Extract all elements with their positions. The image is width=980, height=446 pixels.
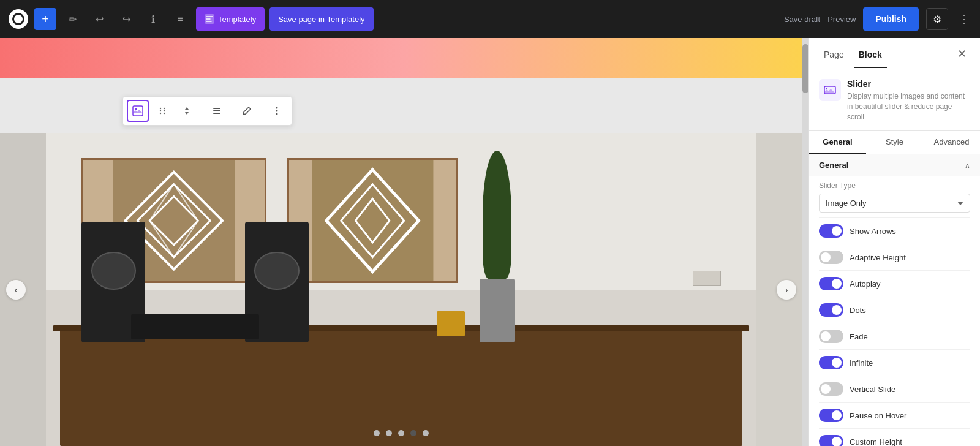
toolbar-separator-2 [232, 104, 232, 118]
add-button[interactable]: + [34, 8, 56, 30]
dots-row: Dots [819, 297, 970, 323]
svg-point-12 [276, 107, 278, 109]
right-panel: Page Block ✕ Slider Display multiple ima… [809, 38, 980, 446]
dots-toggle[interactable] [819, 303, 843, 317]
slider-preview: ‹ › [0, 133, 802, 446]
speaker-woofer-right [254, 252, 299, 289]
svg-point-13 [276, 110, 278, 112]
slider-image: ‹ › [0, 133, 802, 446]
show-arrows-toggle[interactable] [819, 224, 843, 238]
plant-pot [480, 279, 515, 342]
svg-point-3 [160, 108, 161, 109]
fade-label: Fade [850, 332, 970, 341]
toolbar-image-button[interactable] [127, 100, 149, 122]
undo-button[interactable]: ↩ [88, 8, 110, 30]
settings-body: Slider Type Image Only Content Slider Fu… [809, 176, 980, 446]
adaptive-height-toggle[interactable] [819, 251, 843, 264]
infinite-toggle[interactable] [819, 356, 843, 369]
save-draft-link[interactable]: Save draft [784, 15, 820, 24]
templately-button[interactable]: Templately [196, 7, 265, 31]
table [60, 330, 742, 446]
panel-close-button[interactable]: ✕ [953, 45, 970, 62]
tab-style[interactable]: Style [866, 131, 923, 154]
block-toolbar [123, 96, 292, 126]
toolbar-separator-3 [262, 104, 262, 118]
dot-3[interactable] [398, 430, 404, 436]
slider-block-icon [823, 83, 837, 97]
fade-row: Fade [819, 323, 970, 350]
show-arrows-row: Show Arrows [819, 218, 970, 244]
autoplay-row: Autoplay [819, 271, 970, 297]
wp-logo[interactable] [7, 8, 29, 30]
page-tab[interactable]: Page [819, 47, 849, 68]
slider-icon-box [819, 79, 841, 101]
preview-link[interactable]: Preview [827, 15, 856, 24]
vertical-slide-toggle[interactable] [819, 382, 843, 396]
templately-icon [205, 14, 214, 24]
svg-point-8 [164, 113, 165, 114]
custom-height-label: Custom Height [850, 437, 970, 446]
svg-rect-10 [213, 110, 221, 112]
svg-rect-11 [213, 113, 221, 114]
custom-height-toggle[interactable] [819, 435, 843, 446]
art-svg-2 [289, 160, 456, 281]
infinite-row: Infinite [819, 350, 970, 376]
pause-hover-toggle[interactable] [819, 409, 843, 422]
section-chevron-icon: ∧ [965, 161, 970, 170]
toolbar-align-button[interactable] [206, 100, 228, 122]
infinite-label: Infinite [850, 358, 970, 368]
image-icon [132, 105, 143, 116]
toolbar-arrows-button[interactable] [176, 100, 198, 122]
block-tab[interactable]: Block [854, 47, 887, 68]
canvas-scrollbar-thumb [802, 44, 809, 93]
toolbar-more-button[interactable] [266, 100, 288, 122]
slider-type-label: Slider Type [819, 181, 970, 190]
topbar: + ✏ ↩ ↪ ℹ ≡ Templately Save page in Temp… [0, 0, 980, 38]
show-arrows-label: Show Arrows [850, 227, 970, 236]
dot-1[interactable] [374, 430, 380, 436]
canvas-scrollbar[interactable] [802, 38, 809, 446]
general-section-header: General ∧ [809, 154, 980, 176]
panel-body: General ∧ Slider Type Image Only Content… [809, 154, 980, 446]
align-icon [212, 106, 222, 116]
edit-icon [242, 106, 252, 116]
dot-4[interactable] [410, 430, 417, 436]
dots-label: Dots [850, 306, 970, 315]
panel-header: Page Block ✕ [809, 38, 980, 70]
info-button[interactable]: ℹ [142, 8, 164, 30]
toolbar-separator-1 [202, 104, 202, 118]
toolbar-edit-button[interactable] [236, 100, 258, 122]
slider-title: Slider [847, 79, 970, 89]
more-button[interactable]: ⋮ [956, 8, 973, 30]
toolbar-drag-button[interactable] [151, 100, 173, 122]
autoplay-toggle[interactable] [819, 277, 843, 290]
more-vert-icon [276, 106, 278, 116]
svg-point-6 [164, 110, 165, 112]
publish-button[interactable]: Publish [863, 7, 919, 31]
dot-5[interactable] [423, 430, 429, 436]
dot-2[interactable] [386, 430, 392, 436]
slider-type-select[interactable]: Image Only Content Slider Full Width [819, 194, 970, 213]
svg-rect-9 [213, 108, 221, 109]
save-templately-button[interactable]: Save page in Templately [270, 7, 373, 31]
slider-type-row: Slider Type Image Only Content Slider Fu… [819, 176, 970, 218]
autoplay-label: Autoplay [850, 279, 970, 289]
slider-next-button[interactable]: › [777, 280, 796, 300]
tab-general[interactable]: General [809, 131, 866, 154]
slider-info: Slider Display multiple images and conte… [809, 70, 980, 131]
pause-hover-label: Pause on Hover [850, 411, 970, 420]
canvas-top-strip [0, 38, 809, 78]
adaptive-height-row: Adaptive Height [819, 244, 970, 271]
tab-advanced[interactable]: Advanced [923, 131, 980, 154]
main-slide [46, 133, 756, 446]
custom-height-row: Custom Height [819, 429, 970, 446]
pencil-button[interactable]: ✏ [61, 8, 83, 30]
svg-point-38 [826, 88, 827, 89]
redo-button[interactable]: ↪ [115, 8, 137, 30]
fade-toggle[interactable] [819, 330, 843, 343]
list-button[interactable]: ≡ [169, 8, 191, 30]
slider-prev-button[interactable]: ‹ [6, 280, 26, 300]
svg-point-4 [164, 108, 165, 109]
settings-button[interactable]: ⚙ [926, 8, 948, 30]
svg-rect-1 [133, 106, 143, 116]
